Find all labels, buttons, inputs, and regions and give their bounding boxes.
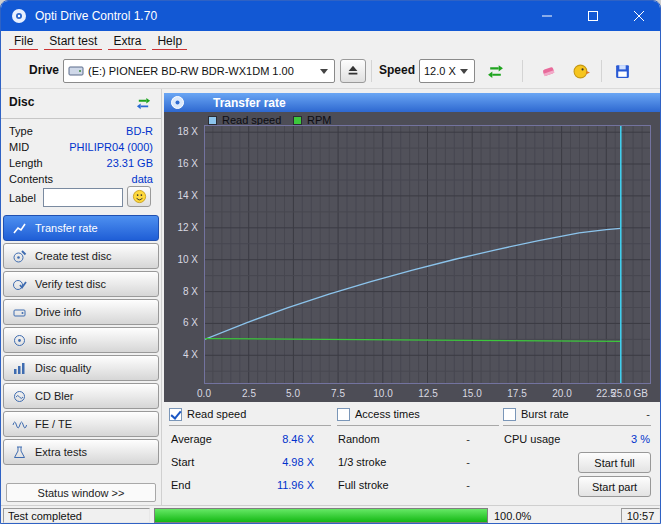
bird-icon bbox=[573, 63, 590, 80]
disc-label-button[interactable] bbox=[127, 186, 151, 207]
sidebar-item-disc-info[interactable]: Disc info bbox=[3, 327, 159, 353]
window-title: Opti Drive Control 1.70 bbox=[35, 9, 157, 23]
eject-button[interactable] bbox=[340, 59, 366, 83]
results-panel: Read speed Access times Burst rate - Ave… bbox=[162, 402, 661, 505]
legend-swatch-read-speed bbox=[208, 116, 217, 125]
toolbar-separator bbox=[371, 60, 372, 82]
end-label: End bbox=[171, 479, 191, 491]
sidebar-item-label: Drive info bbox=[35, 306, 81, 318]
menu-item-help[interactable]: Help bbox=[152, 34, 187, 50]
menu-item-file[interactable]: File bbox=[9, 34, 38, 50]
read-speed-checkbox[interactable] bbox=[169, 408, 182, 421]
sidebar-item-label: Extra tests bbox=[35, 446, 87, 458]
disc-mid-label: MID bbox=[9, 141, 29, 153]
y-tick-label: 6 X bbox=[183, 317, 198, 328]
save-icon bbox=[614, 63, 631, 80]
x-axis-labels: 0.02.55.07.510.012.515.017.520.022.525.0… bbox=[164, 388, 654, 400]
sidebar-item-create-test-disc[interactable]: Create test disc bbox=[3, 243, 159, 269]
burst-rate-checkbox[interactable] bbox=[503, 408, 516, 421]
chevron-down-icon bbox=[320, 69, 328, 74]
start-part-button[interactable]: Start part bbox=[578, 476, 651, 497]
disc-type-label: Type bbox=[9, 125, 33, 137]
smiley-icon bbox=[132, 189, 147, 204]
sidebar-item-cd-bler[interactable]: CD Bler bbox=[3, 383, 159, 409]
menu-item-extra[interactable]: Extra bbox=[108, 34, 146, 50]
disc-length-label: Length bbox=[9, 157, 43, 169]
cpu-usage-value: 3 % bbox=[582, 433, 650, 445]
random-label: Random bbox=[338, 433, 380, 445]
progress-fill bbox=[155, 509, 487, 522]
disc-type-value: BD-R bbox=[126, 125, 153, 137]
sidebar-item-extra-tests[interactable]: Extra tests bbox=[3, 439, 159, 465]
refresh-icon bbox=[487, 63, 504, 80]
disc-label-input[interactable] bbox=[43, 188, 123, 207]
disc-quality-icon bbox=[12, 361, 27, 376]
burst-rate-value: - bbox=[592, 408, 650, 420]
progress-percent: 100.0% bbox=[494, 510, 531, 522]
titlebar: Opti Drive Control 1.70 bbox=[1, 1, 661, 31]
access-times-checkbox-label: Access times bbox=[355, 408, 420, 420]
disc-length-value: 23.31 GB bbox=[107, 157, 153, 169]
minimize-icon bbox=[542, 11, 552, 21]
full-stroke-value: - bbox=[422, 479, 470, 491]
erase-disc-button[interactable] bbox=[535, 58, 561, 84]
chart-panel-title: Transfer rate bbox=[213, 96, 286, 110]
transfer-chart bbox=[204, 125, 651, 384]
minimize-button[interactable] bbox=[524, 1, 570, 31]
disc-mid-value: PHILIPR04 (000) bbox=[69, 141, 153, 153]
sidebar-item-drive-info[interactable]: Drive info bbox=[3, 299, 159, 325]
drive-select[interactable]: (E:) PIONEER BD-RW BDR-WX1DM 1.00 bbox=[63, 59, 335, 83]
transfer-rate-icon bbox=[12, 221, 27, 236]
close-button[interactable] bbox=[616, 1, 661, 31]
sidebar-item-label: Transfer rate bbox=[35, 222, 98, 234]
disc-contents-value: data bbox=[132, 173, 153, 185]
sidebar-item-transfer-rate[interactable]: Transfer rate bbox=[3, 215, 159, 241]
speed-select[interactable]: 12.0 X bbox=[419, 59, 475, 83]
sidebar-item-verify-test-disc[interactable]: Verify test disc bbox=[3, 271, 159, 297]
sidebar-item-label: Disc info bbox=[35, 334, 77, 346]
disc-panel: Disc Type BD-R MID PHILIPR04 (000) Lengt… bbox=[1, 89, 162, 505]
x-tick-label: 20.0 bbox=[552, 388, 571, 399]
sidebar-item-label: FE / TE bbox=[35, 418, 72, 430]
menu-item-start-test[interactable]: Start test bbox=[44, 34, 102, 50]
x-tick-label: 2.5 bbox=[242, 388, 256, 399]
read-speed-checkbox-label: Read speed bbox=[187, 408, 246, 420]
random-value: - bbox=[422, 433, 470, 445]
access-times-checkbox[interactable] bbox=[337, 408, 350, 421]
app-icon bbox=[11, 8, 27, 24]
divider bbox=[503, 425, 651, 426]
save-button[interactable] bbox=[609, 58, 635, 84]
menubar: File Start test Extra Help bbox=[1, 31, 661, 53]
one-third-stroke-label: 1/3 stroke bbox=[338, 456, 386, 468]
disc-panel-title: Disc bbox=[9, 95, 34, 109]
sidebar-item-fe-te[interactable]: FE / TE bbox=[3, 411, 159, 437]
fe-te-icon bbox=[12, 417, 27, 432]
eject-icon bbox=[346, 64, 360, 78]
full-stroke-label: Full stroke bbox=[338, 479, 389, 491]
start-full-button[interactable]: Start full bbox=[578, 452, 651, 473]
y-tick-label: 8 X bbox=[183, 286, 198, 297]
app-window: Opti Drive Control 1.70 File Start test … bbox=[0, 0, 661, 524]
sidebar-item-label: Disc quality bbox=[35, 362, 91, 374]
chart-panel-header: Transfer rate bbox=[164, 93, 660, 112]
mascot-button[interactable] bbox=[568, 58, 594, 84]
y-tick-label: 14 X bbox=[177, 190, 198, 201]
maximize-button[interactable] bbox=[570, 1, 616, 31]
y-tick-label: 10 X bbox=[177, 254, 198, 265]
divider bbox=[1, 118, 161, 119]
y-tick-label: 12 X bbox=[177, 222, 198, 233]
verify-test-disc-icon bbox=[12, 277, 27, 292]
disc-info-icon bbox=[12, 333, 27, 348]
chevron-down-icon bbox=[460, 69, 468, 74]
drive-select-value: (E:) PIONEER BD-RW BDR-WX1DM 1.00 bbox=[88, 65, 294, 77]
x-tick-label: 25.0 GB bbox=[611, 388, 648, 399]
divider bbox=[169, 425, 331, 426]
cd-bler-icon bbox=[12, 389, 27, 404]
start-value: 4.98 X bbox=[242, 456, 314, 468]
disc-refresh-button[interactable] bbox=[131, 92, 155, 114]
toolbar-separator bbox=[601, 60, 602, 82]
refresh-drive-button[interactable] bbox=[481, 58, 509, 84]
status-window-button[interactable]: Status window >> bbox=[6, 483, 156, 502]
drive-label: Drive bbox=[29, 63, 59, 77]
sidebar-item-disc-quality[interactable]: Disc quality bbox=[3, 355, 159, 381]
